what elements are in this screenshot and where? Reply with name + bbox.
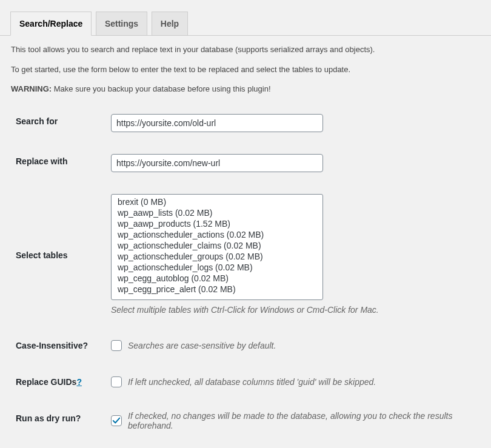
table-option[interactable]: wp_cegg_price_alert (0.02 MB) [115, 284, 319, 295]
select-tables-help: Select multiple tables with Ctrl-Click f… [111, 304, 474, 316]
replace-guids-desc: If left unchecked, all database columns … [128, 377, 376, 387]
table-option[interactable]: wp_aawp_lists (0.02 MB) [115, 207, 319, 218]
tab-bar: Search/Replace Settings Help [0, 0, 491, 36]
table-option[interactable]: wp_actionscheduler_groups (0.02 MB) [115, 251, 319, 262]
case-insensitive-desc: Searches are case-sensitive by default. [128, 341, 276, 350]
dry-run-label: Run as dry run? [11, 400, 105, 441]
warning-text: WARNING: Make sure you backup your datab… [11, 83, 480, 95]
search-for-input[interactable] [111, 114, 323, 132]
search-for-label: Search for [11, 103, 105, 143]
replace-with-label: Replace with [11, 143, 105, 183]
tab-settings[interactable]: Settings [96, 12, 147, 36]
case-insensitive-label: Case-Insensitive? [11, 327, 105, 364]
intro-text-1: This tool allows you to search and repla… [11, 44, 480, 56]
replace-guids-label-text: Replace GUIDs [16, 377, 76, 387]
table-option[interactable]: wp_actionscheduler_actions (0.02 MB) [115, 229, 319, 240]
tab-search-replace[interactable]: Search/Replace [10, 12, 92, 36]
table-option[interactable]: brexit (0 MB) [115, 196, 319, 207]
intro-text-2: To get started, use the form below to en… [11, 64, 480, 76]
warning-label: WARNING: [11, 84, 52, 93]
tab-help[interactable]: Help [152, 12, 188, 36]
table-option[interactable]: wp_actionscheduler_claims (0.02 MB) [115, 240, 319, 251]
case-insensitive-checkbox[interactable] [111, 340, 122, 351]
dry-run-desc: If checked, no changes will be made to t… [128, 411, 474, 430]
dry-run-checkbox[interactable] [111, 415, 122, 426]
warning-body: Make sure you backup your database befor… [52, 84, 270, 93]
check-icon [112, 416, 121, 425]
select-tables[interactable]: brexit (0 MB) wp_aawp_lists (0.02 MB) wp… [111, 194, 323, 300]
replace-with-input[interactable] [111, 154, 323, 172]
replace-guids-checkbox[interactable] [111, 376, 122, 387]
replace-guids-label: Replace GUIDs? [11, 364, 105, 400]
table-option[interactable]: wp_aawp_products (1.52 MB) [115, 218, 319, 229]
table-option[interactable]: wp_cegg_autoblog (0.02 MB) [115, 273, 319, 284]
replace-guids-help-link[interactable]: ? [76, 377, 82, 387]
table-option[interactable]: wp_actionscheduler_logs (0.02 MB) [115, 262, 319, 273]
select-tables-label: Select tables [11, 183, 105, 327]
